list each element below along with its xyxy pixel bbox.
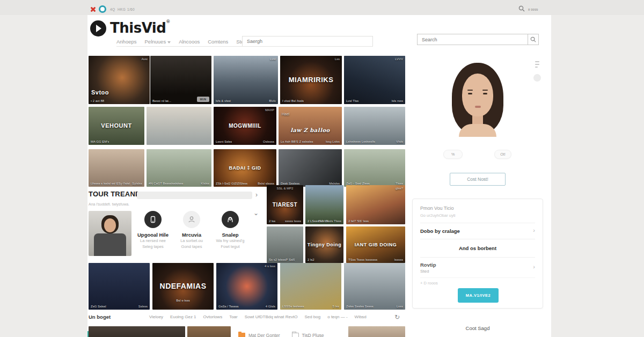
nav-item-4[interactable]: Comtens bbox=[208, 39, 228, 45]
thumb-top-label: MAXP bbox=[265, 108, 274, 112]
footer-link[interactable]: Toar bbox=[229, 314, 238, 319]
panel-row5-note: + D rooos bbox=[420, 281, 438, 285]
video-thumbnail[interactable]: Zslss Ssslss Sssss Lsss bbox=[344, 263, 405, 310]
nav-item-3[interactable]: Alncooos bbox=[179, 39, 200, 45]
presenter-photo[interactable] bbox=[89, 211, 131, 256]
video-thumbnail[interactable]: NDEFAMIAS Bsl s-lsss bbox=[152, 263, 214, 310]
logo-play-icon[interactable] bbox=[90, 20, 106, 36]
inline-search-input[interactable] bbox=[242, 36, 373, 46]
chevron-right-icon[interactable]: › bbox=[255, 191, 258, 199]
thumb-button[interactable]: MUN bbox=[197, 97, 209, 102]
nav-item-1[interactable]: Anhoeps bbox=[116, 39, 137, 45]
sidebar-search-button[interactable] bbox=[528, 34, 539, 45]
video-thumbnail[interactable]: LSSSs lsslssss 5 lss bbox=[280, 263, 341, 310]
footer-link[interactable]: Ovtorlows bbox=[203, 314, 223, 319]
video-thumbnail[interactable]: ZsG Sslssl Sslsss bbox=[89, 263, 150, 310]
main-page: ThisVid® Anhoeps Pelnuues Alncooos Comte… bbox=[87, 15, 551, 337]
portrait-eye bbox=[483, 93, 487, 94]
panel-row1-title: Pmon Vou Ticio bbox=[420, 206, 454, 211]
panel-row4-subtitle: Sted bbox=[420, 269, 429, 274]
video-thumbnail[interactable]: glss? 2 lsl7 'SS' lsss bbox=[346, 185, 405, 224]
panel-row1-subtitle: Go ur2uyhObar uyti bbox=[420, 213, 455, 218]
chip-right[interactable]: Ot! bbox=[494, 150, 511, 159]
teal-ring-icon[interactable] bbox=[99, 5, 106, 13]
panel-row4-title[interactable]: Rovtip bbox=[420, 262, 436, 268]
video-thumbnail[interactable]: MIAMRIRIKS I vlssl Bsl /lssls Lss bbox=[280, 56, 342, 104]
video-thumbnail[interactable]: 4 s lsss GsSs / Tsssss 4 Glsls bbox=[216, 263, 277, 310]
feature-upload[interactable]: Upgooal Hile La nersed nee Seleg tapes bbox=[134, 211, 172, 250]
video-thumbnail[interactable]: Dssk Ssslsss Mslslss bbox=[279, 149, 342, 187]
panel-row2-link[interactable]: Dobo by cralage bbox=[420, 228, 460, 234]
footer-link[interactable]: Sowt UfDTBdq wlnat RevtO bbox=[245, 314, 298, 319]
feature-share[interactable]: Snalep Wa fny usined'g Fowt tegut bbox=[211, 211, 250, 250]
footer-link[interactable]: Vieloey bbox=[149, 314, 163, 319]
footer-lead-link[interactable]: Un boget bbox=[89, 314, 111, 320]
site-logo[interactable]: ThisVid® bbox=[110, 19, 170, 36]
panel-divider bbox=[420, 277, 535, 278]
video-thumbnail[interactable]: Lslsslssss Lsslssslls Vlsls bbox=[344, 107, 405, 145]
thumb-top-label: Lss bbox=[335, 57, 340, 61]
thumb-title: MOGWMIIIL bbox=[214, 122, 276, 128]
video-thumbnail[interactable]: Svtoo • 2 avt 88 Avst bbox=[89, 56, 150, 104]
video-thumbnail[interactable]: Ss s2 lslsssP SslSLlss lssslss bbox=[267, 226, 303, 263]
feature-account[interactable]: Mrcuvia La sorbet.ou Gond tapes bbox=[172, 211, 211, 250]
thumb-caption: Ls Ash BB'S Z sslsslss bbox=[281, 140, 313, 143]
cta-button[interactable]: Cost Nost! bbox=[450, 173, 506, 186]
video-thumbnail[interactable]: 2 LSsss 12 VS Bsls Sssls Tlsss bbox=[305, 185, 343, 224]
thumb-meta: lsssss bbox=[394, 258, 403, 261]
avatar-placeholder-circle[interactable] bbox=[533, 74, 541, 82]
video-thumbnail[interactable]: Lvsl Tlss lsls rsss LVVV bbox=[344, 56, 405, 104]
footer-link[interactable]: Sed bog bbox=[304, 314, 320, 319]
nav-item-2-label: Pelnuues bbox=[145, 39, 166, 45]
panel-row3-link[interactable]: And os borbent bbox=[413, 245, 543, 251]
video-thumbnail[interactable]: VEHOUNT MA GG EM's bbox=[89, 107, 144, 145]
folder-entry-2[interactable]: TisD Pluse bbox=[292, 333, 324, 337]
footer-link[interactable]: o teqn — - bbox=[327, 314, 347, 319]
video-thumbnail[interactable]: lvls & vlsst Blvlv Lvst bbox=[214, 56, 278, 104]
portrait-brow bbox=[482, 90, 488, 91]
feature-line: La sorbet.ou bbox=[180, 238, 203, 244]
video-thumbnail[interactable]: TIAREST SSL & MP2 2 lss sssss lssss bbox=[267, 185, 303, 224]
folder-entry-1[interactable]: Mat Der Gonter bbox=[238, 333, 280, 337]
feature-line: Seleg tapes bbox=[142, 244, 164, 250]
footer-link[interactable]: Euolng Gez 1 bbox=[170, 314, 196, 319]
chevron-down-icon[interactable]: ⌄ bbox=[253, 209, 259, 217]
thumb-caption: Ss s2 lslsssP SslSLlss lssslss bbox=[269, 258, 295, 261]
video-thumbnail[interactable] bbox=[147, 107, 211, 145]
tour-progress-bar[interactable] bbox=[137, 192, 252, 199]
video-thumbnail[interactable] bbox=[348, 326, 405, 337]
video-thumbnail[interactable]: Tingny Doing 2 ls2 bbox=[305, 226, 343, 263]
video-thumbnail[interactable]: MOGWMIIIL Lssnt Sslss Oslssss MAXP bbox=[214, 107, 276, 145]
folder-card: Mat Der Gonter TisD Pluse bbox=[233, 326, 346, 337]
video-thumbnail[interactable]: Ulssss s lsslsl ssl ESy l'lslslssR Sylsl… bbox=[89, 149, 144, 187]
video-thumbnail[interactable]: IANT GIB DOING TSss Tssss lsssssss lssss… bbox=[346, 226, 405, 263]
thumb-meta: 4 Glsls bbox=[266, 305, 275, 308]
video-thumbnail[interactable] bbox=[187, 326, 231, 337]
kebab-menu-icon[interactable] bbox=[535, 61, 539, 69]
chevron-right-icon[interactable]: › bbox=[533, 263, 535, 270]
panel-divider bbox=[420, 239, 535, 239]
chevron-right-icon[interactable]: › bbox=[533, 227, 535, 233]
portrait-lips bbox=[475, 106, 481, 108]
main-navigation: Anhoeps Pelnuues Alncooos Comtens Stexio… bbox=[116, 39, 253, 45]
video-thumbnail[interactable] bbox=[89, 326, 185, 337]
sidebar-search-input[interactable] bbox=[417, 34, 528, 45]
video-thumbnail[interactable]: BADAI ‡ GID ZSk l-Ssl2 GlZlZlSlsss Bslsl… bbox=[214, 149, 276, 187]
brand-pinwheel-icon[interactable] bbox=[90, 6, 96, 12]
video-thumbnail[interactable]: Besst rd lat... MUN bbox=[150, 56, 211, 104]
video-thumbnail[interactable]: 4N CsGT Bsssslsslslsss Klslss bbox=[147, 149, 211, 187]
video-thumbnail[interactable]: ZsG - Sssl Zlsss Tlsss bbox=[344, 149, 405, 187]
photo-face bbox=[104, 218, 116, 232]
sidebar-footer-link[interactable]: Coot Sagd bbox=[412, 325, 543, 331]
panel-action-button[interactable]: MA.V1/IVE2 bbox=[458, 288, 499, 303]
video-thumbnail[interactable]: law Z balloo Ls Ash BB'S Z sslsslss lssg… bbox=[279, 107, 342, 145]
search-icon[interactable] bbox=[518, 5, 525, 12]
footer-link[interactable]: Wibsd bbox=[355, 314, 367, 319]
model-portrait[interactable] bbox=[429, 62, 526, 146]
chip-left[interactable]: % bbox=[443, 150, 463, 159]
sidebar-panel: Pmon Vou Ticio Go ur2uyhObar uyti Dobo b… bbox=[412, 199, 543, 309]
nav-item-2[interactable]: Pelnuues bbox=[145, 39, 171, 45]
history-icon[interactable]: ↻ bbox=[394, 313, 400, 321]
thumb-title: Svtoo bbox=[91, 89, 109, 96]
feature-line: Gond tapes bbox=[181, 244, 202, 250]
